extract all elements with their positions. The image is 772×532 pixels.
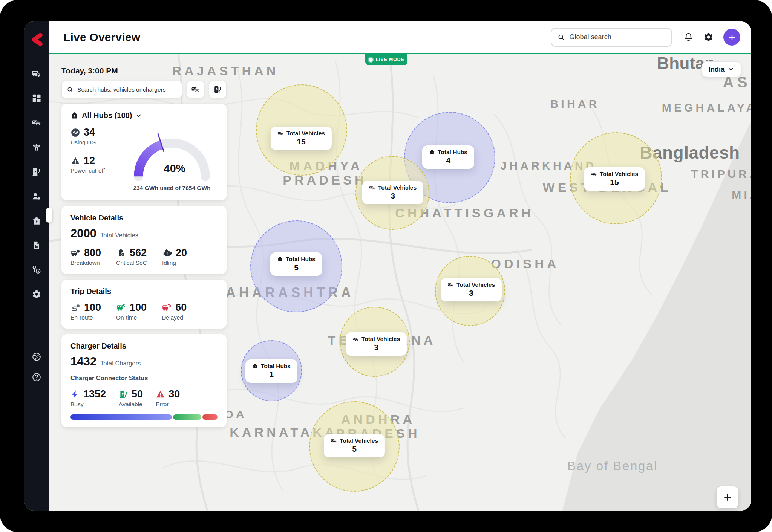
using-dg-label: Using DG xyxy=(70,139,126,146)
search-icon xyxy=(558,33,565,41)
all-hubs-card: All Hubs (100) 34 Using DG xyxy=(61,104,227,200)
critical-battery-icon xyxy=(116,248,126,258)
enroute-label: En-route xyxy=(70,314,101,321)
dg-power-icon xyxy=(70,128,80,138)
busy-stat: 1352 Busy xyxy=(70,388,106,408)
global-search[interactable] xyxy=(551,28,672,47)
panel-search-row xyxy=(61,81,227,98)
energy-grid-icon[interactable] xyxy=(32,142,41,152)
cluster-value: 15 xyxy=(591,178,638,187)
using-dg-value: 34 xyxy=(84,127,95,138)
cluster-value: 3 xyxy=(369,191,417,200)
panel-search-input[interactable] xyxy=(77,86,177,93)
available-stat: 50 Available xyxy=(119,388,143,408)
all-hubs-title: All Hubs (100) xyxy=(82,111,132,120)
filter-chargers-button[interactable] xyxy=(209,81,227,98)
available-value: 50 xyxy=(132,388,143,400)
cluster-title: Total Vehicles xyxy=(600,171,638,177)
cluster-title: Total Hubs xyxy=(261,363,291,370)
sidebar xyxy=(24,21,49,511)
globe-icon[interactable] xyxy=(32,352,41,362)
sidebar-bottom xyxy=(32,352,41,382)
cluster-title: Total Hubs xyxy=(438,149,467,156)
map-label-miz: MIZ xyxy=(732,188,751,201)
region-selected-label: India xyxy=(709,66,725,73)
map-label-bay-of-bengal: Bay of Bengal xyxy=(567,459,658,473)
cluster-card-vehicles[interactable]: Total Vehicles15 xyxy=(584,167,645,191)
cluster-title: Total Vehicles xyxy=(456,281,495,288)
notifications-bell-icon[interactable] xyxy=(683,32,694,42)
page-title: Live Overview xyxy=(63,31,140,44)
charger-details-title: Charger Details xyxy=(70,342,218,350)
engine-idle-icon xyxy=(162,248,172,258)
cluster-value: 5 xyxy=(277,263,316,272)
warning-triangle-icon xyxy=(70,156,80,166)
device-frame: Live Overview xyxy=(0,0,772,532)
live-map-icon[interactable] xyxy=(32,69,41,79)
breakdown-stat: 800 Breakdown xyxy=(70,247,101,266)
vehicle-details-card: Vehicle Details 2000 Total Vehicles 800 … xyxy=(61,206,227,274)
main-area: Live Overview xyxy=(49,21,751,511)
plus-icon xyxy=(723,492,732,502)
live-mode-badge: LIVE MODE xyxy=(365,54,407,65)
vehicles-icon xyxy=(191,85,200,94)
cluster-value: 3 xyxy=(352,343,400,352)
zoom-in-button[interactable] xyxy=(717,486,738,508)
vehicles-icon[interactable] xyxy=(32,118,41,128)
panel-search[interactable] xyxy=(61,81,182,98)
cluster-title: Total Hubs xyxy=(286,256,316,263)
cluster-value: 3 xyxy=(447,289,495,298)
power-cutoff-stat: 12 Power cut-off xyxy=(70,155,126,174)
chevron-down-icon xyxy=(728,66,734,73)
dashboard-icon[interactable] xyxy=(32,93,41,103)
connector-status-subtitle: Charger Connector Status xyxy=(70,375,218,382)
cluster-card-hubs[interactable]: Total Hubs4 xyxy=(422,145,474,169)
cluster-card-vehicles[interactable]: Total Vehicles3 xyxy=(441,278,502,301)
error-triangle-icon xyxy=(156,390,165,399)
error-value: 30 xyxy=(168,388,180,400)
maintenance-icon[interactable] xyxy=(32,265,41,275)
delayed-bus-icon xyxy=(162,303,172,313)
enroute-stat: 100 En-route xyxy=(70,302,101,321)
filter-vehicles-button[interactable] xyxy=(187,81,204,98)
overview-panel: Today, 3:00 PM xyxy=(61,66,227,433)
gear-icon[interactable] xyxy=(703,32,714,42)
global-search-input[interactable] xyxy=(570,33,665,41)
drivers-icon[interactable] xyxy=(32,191,41,201)
sidebar-nav xyxy=(32,69,41,299)
breakdown-label: Breakdown xyxy=(70,260,101,266)
settings-icon[interactable] xyxy=(32,289,41,299)
busy-bolt-icon xyxy=(70,390,80,399)
ontime-stat: 100 On-time xyxy=(116,302,147,321)
chevron-down-icon xyxy=(135,112,142,119)
ontime-bus-icon xyxy=(116,303,126,313)
svg-text:40%: 40% xyxy=(164,162,185,174)
cluster-card-hubs[interactable]: Total Hubs1 xyxy=(245,359,297,383)
power-cutoff-value: 12 xyxy=(84,155,95,167)
cluster-card-vehicles[interactable]: Total Vehicles3 xyxy=(346,332,407,356)
hub-icon[interactable] xyxy=(32,216,41,226)
charger-details-card: Charger Details 1432 Total Chargers Char… xyxy=(61,334,227,427)
cluster-card-vehicles[interactable]: Total Vehicles3 xyxy=(362,181,423,204)
trip-details-title: Trip Details xyxy=(70,287,218,296)
all-hubs-selector[interactable]: All Hubs (100) xyxy=(70,111,218,120)
app-window: Live Overview xyxy=(24,21,751,511)
search-icon xyxy=(67,86,74,93)
total-vehicles-label: Total Vehicles xyxy=(100,232,138,239)
reports-icon[interactable] xyxy=(32,240,41,250)
charger-icon[interactable] xyxy=(32,167,41,177)
error-bar-segment xyxy=(202,414,218,420)
cluster-card-vehicles[interactable]: Total Vehicles5 xyxy=(324,434,385,457)
cluster-card-vehicles[interactable]: Total Vehicles15 xyxy=(271,127,332,150)
add-button[interactable] xyxy=(723,29,740,46)
hub-icon xyxy=(70,112,78,119)
delayed-stat: 60 Delayed xyxy=(162,302,187,321)
brand-logo-icon[interactable] xyxy=(28,31,45,48)
cluster-card-hubs[interactable]: Total Hubs5 xyxy=(270,252,322,276)
help-icon[interactable] xyxy=(32,372,41,382)
region-selector[interactable]: India xyxy=(702,61,741,77)
top-bar: Live Overview xyxy=(49,21,751,54)
panel-collapse-handle[interactable] xyxy=(46,208,52,223)
critical-soc-label: Critical SoC xyxy=(116,260,147,266)
connector-status-bar xyxy=(70,414,218,420)
